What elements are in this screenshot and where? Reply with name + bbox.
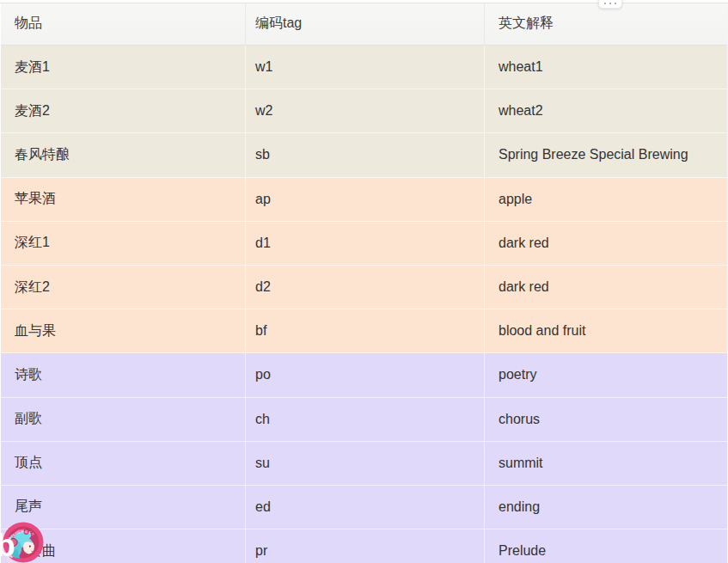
- column-header-item[interactable]: 物品: [1, 3, 246, 45]
- table-row: 苹果酒 ap apple: [1, 178, 727, 222]
- table-row: 麦酒2 w2 wheat2: [1, 89, 727, 133]
- english-cell[interactable]: apple: [485, 178, 728, 221]
- table-row: 血与果 bf blood and fruit: [1, 309, 727, 353]
- tag-cell[interactable]: su: [246, 442, 485, 485]
- table-row: 深红1 d1 dark red: [1, 222, 727, 266]
- english-cell[interactable]: poetry: [485, 353, 728, 396]
- item-cell[interactable]: 麦酒1: [1, 46, 246, 89]
- ellipsis-icon: [609, 3, 611, 4]
- english-cell[interactable]: Spring Breeze Special Brewing: [485, 133, 728, 176]
- english-cell[interactable]: summit: [485, 442, 728, 485]
- english-cell[interactable]: dark red: [485, 266, 728, 309]
- tag-cell[interactable]: ed: [246, 486, 485, 529]
- tag-cell[interactable]: w1: [246, 46, 485, 89]
- english-cell[interactable]: dark red: [485, 222, 728, 265]
- column-header-tag[interactable]: 编码tag: [246, 3, 485, 45]
- english-cell[interactable]: blood and fruit: [485, 309, 728, 352]
- tag-cell[interactable]: bf: [246, 309, 485, 352]
- app-window: 物品 编码tag 英文解释 麦酒1 w1 wheat1 麦酒2 w2 wheat…: [0, 0, 728, 563]
- tag-cell[interactable]: w2: [246, 89, 485, 132]
- tag-cell[interactable]: d1: [246, 222, 485, 265]
- english-cell[interactable]: ending: [485, 486, 728, 529]
- item-cell[interactable]: 苹果酒: [1, 178, 246, 221]
- tag-cell[interactable]: d2: [246, 266, 485, 309]
- english-cell[interactable]: chorus: [485, 398, 728, 441]
- table-row: 诗歌 po poetry: [1, 353, 727, 397]
- item-cell[interactable]: 深红2: [1, 266, 246, 309]
- tag-cell[interactable]: po: [246, 353, 485, 396]
- english-cell[interactable]: wheat2: [485, 89, 728, 132]
- item-cell[interactable]: 春风特酿: [1, 133, 246, 176]
- table-row: 麦酒1 w1 wheat1: [1, 46, 727, 89]
- table-row: 副歌 ch chorus: [1, 398, 727, 442]
- table-row: 春风特酿 sb Spring Breeze Special Brewing: [1, 133, 727, 177]
- table-row: 顶点 su summit: [1, 442, 727, 486]
- tag-cell[interactable]: ch: [246, 398, 485, 441]
- ellipsis-icon: [615, 3, 616, 4]
- item-cell[interactable]: 诗歌: [1, 353, 246, 396]
- item-cell[interactable]: 前奏曲: [1, 529, 246, 563]
- english-cell[interactable]: wheat1: [485, 46, 728, 89]
- item-cell[interactable]: 深红1: [1, 222, 246, 265]
- item-cell[interactable]: 血与果: [1, 309, 246, 352]
- table-header-row: 物品 编码tag 英文解释: [1, 3, 727, 46]
- data-table: 物品 编码tag 英文解释 麦酒1 w1 wheat1 麦酒2 w2 wheat…: [1, 3, 728, 563]
- table-row: 前奏曲 pr Prelude: [1, 529, 727, 563]
- item-cell[interactable]: 尾声: [1, 486, 246, 529]
- tag-cell[interactable]: pr: [246, 529, 485, 563]
- item-cell[interactable]: 麦酒2: [1, 89, 246, 132]
- table-row: 尾声 ed ending: [1, 486, 727, 529]
- english-cell[interactable]: Prelude: [485, 529, 728, 563]
- tag-cell[interactable]: sb: [246, 133, 485, 176]
- item-cell[interactable]: 顶点: [1, 442, 246, 485]
- item-cell[interactable]: 副歌: [1, 398, 246, 441]
- more-menu-button[interactable]: [598, 0, 622, 9]
- table-row: 深红2 d2 dark red: [1, 266, 727, 309]
- ellipsis-icon: [604, 3, 606, 4]
- tag-cell[interactable]: ap: [246, 178, 485, 221]
- column-header-english[interactable]: 英文解释: [485, 3, 728, 45]
